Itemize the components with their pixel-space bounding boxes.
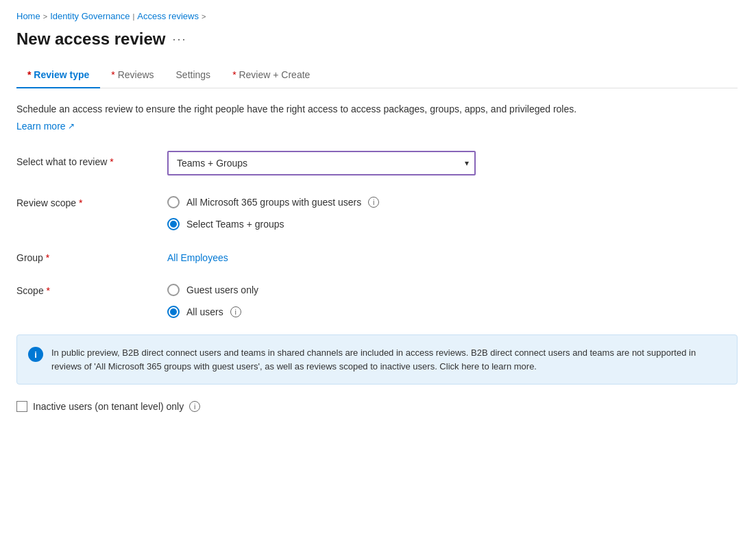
scope-select-teams-radio[interactable]	[167, 218, 180, 230]
scope-select-teams-option[interactable]: Select Teams + groups	[167, 218, 579, 230]
review-scope-label: Review scope *	[16, 192, 154, 208]
scope-label: Scope *	[16, 280, 154, 296]
scope-control: Guest users only All users i	[167, 280, 579, 318]
scope-row: Scope * Guest users only All users i	[16, 280, 738, 318]
external-link-icon: ↗	[68, 121, 75, 131]
select-what-required: *	[110, 156, 113, 167]
tab-reviews-asterisk: *	[111, 69, 117, 80]
breadcrumb-identity-governance[interactable]: Identity Governance	[50, 11, 130, 21]
breadcrumb-home[interactable]: Home	[16, 11, 40, 21]
scope-radio-group: Guest users only All users i	[167, 280, 579, 318]
breadcrumb-access-reviews[interactable]: Access reviews	[137, 11, 199, 21]
inactive-users-text: Inactive users (on tenant level) only	[33, 401, 184, 412]
page-title: New access review	[16, 29, 166, 49]
learn-more-link[interactable]: Learn more↗	[16, 121, 75, 132]
tab-bar: * Review type * Reviews Settings * Revie…	[16, 62, 738, 88]
form-section: Select what to review * Teams + Groups A…	[16, 151, 738, 318]
scope-required: *	[47, 285, 50, 296]
info-box-text: In public preview, B2B direct connect us…	[51, 346, 726, 373]
tab-review-create-label: Review + Create	[239, 69, 310, 80]
more-options-button[interactable]: ···	[173, 32, 187, 47]
tab-reviews-label: Reviews	[118, 69, 154, 80]
learn-more-label: Learn more	[16, 121, 66, 132]
select-what-control: Teams + Groups Access packages Azure AD …	[167, 151, 579, 175]
scope-select-teams-label: Select Teams + groups	[186, 219, 284, 230]
tab-settings[interactable]: Settings	[165, 62, 222, 88]
group-row: Group * All Employees	[16, 247, 738, 263]
tab-review-type-label: Review type	[34, 69, 89, 80]
select-what-label: Select what to review *	[16, 151, 154, 167]
inactive-users-checkbox[interactable]	[16, 401, 27, 412]
inactive-users-label[interactable]: Inactive users (on tenant level) only i	[16, 401, 200, 412]
scope-all-users-label: All users	[186, 306, 223, 317]
group-label: Group *	[16, 247, 154, 263]
scope-all-ms365-label: All Microsoft 365 groups with guest user…	[186, 197, 361, 208]
page-header: New access review ···	[16, 29, 738, 49]
description-text: Schedule an access review to ensure the …	[16, 102, 738, 117]
scope-all-users-option[interactable]: All users i	[167, 306, 579, 318]
inactive-users-info-icon: i	[189, 401, 200, 412]
scope-guest-only-option[interactable]: Guest users only	[167, 284, 579, 296]
review-scope-radio-group: All Microsoft 365 groups with guest user…	[167, 192, 579, 230]
tab-review-type[interactable]: * Review type	[16, 62, 100, 88]
tab-settings-label: Settings	[176, 69, 211, 80]
tab-review-create[interactable]: * Review + Create	[221, 62, 321, 88]
scope-all-ms365-info-icon: i	[368, 197, 379, 208]
scope-guest-only-radio[interactable]	[167, 284, 180, 296]
group-required: *	[46, 252, 49, 263]
breadcrumb-sep1: >	[43, 12, 47, 21]
select-what-row: Select what to review * Teams + Groups A…	[16, 151, 738, 175]
breadcrumb: Home > Identity Governance | Access revi…	[16, 11, 738, 21]
scope-all-users-info-icon: i	[230, 306, 241, 317]
tab-review-type-asterisk: *	[27, 69, 34, 80]
review-scope-required: *	[79, 197, 82, 208]
review-scope-row: Review scope * All Microsoft 365 groups …	[16, 192, 738, 230]
scope-guest-only-label: Guest users only	[186, 284, 258, 295]
scope-all-ms365-radio[interactable]	[167, 196, 180, 208]
select-what-dropdown[interactable]: Teams + Groups Access packages Azure AD …	[167, 151, 476, 175]
group-control: All Employees	[167, 247, 579, 263]
select-what-wrapper: Teams + Groups Access packages Azure AD …	[167, 151, 476, 175]
inactive-users-row: Inactive users (on tenant level) only i	[16, 401, 738, 412]
scope-all-ms365-option[interactable]: All Microsoft 365 groups with guest user…	[167, 196, 579, 208]
breadcrumb-sep3: >	[202, 12, 206, 21]
review-scope-control: All Microsoft 365 groups with guest user…	[167, 192, 579, 230]
breadcrumb-sep2: |	[132, 12, 134, 21]
scope-all-users-radio[interactable]	[167, 306, 180, 318]
info-box-icon: i	[28, 347, 43, 362]
group-link[interactable]: All Employees	[167, 247, 228, 263]
info-box: i In public preview, B2B direct connect …	[16, 334, 738, 385]
tab-reviews[interactable]: * Reviews	[100, 62, 165, 88]
